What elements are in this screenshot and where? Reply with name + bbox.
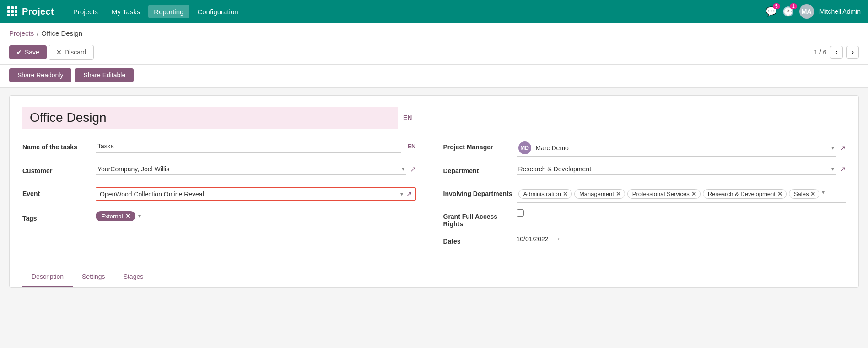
dept-tag-administration-remove[interactable]: ✕	[563, 190, 568, 197]
customer-value-wrapper: YourCompany, Joel Willis ▾ ↗	[96, 163, 416, 175]
pagination-prev[interactable]: ‹	[830, 46, 842, 59]
breadcrumb-separator: /	[37, 29, 38, 37]
dept-tag-professional-services: Professional Services ✕	[627, 189, 701, 199]
event-input[interactable]	[100, 190, 399, 198]
dept-tag-sales-remove[interactable]: ✕	[810, 190, 815, 197]
topnav: Project Projects My Tasks Reporting Conf…	[0, 0, 868, 23]
nav-projects[interactable]: Projects	[68, 5, 103, 18]
event-dropdown-icon: ▾	[400, 191, 403, 197]
tags-dropdown-icon: ▾	[138, 213, 141, 219]
app-title: Project	[22, 6, 54, 17]
apps-icon[interactable]	[7, 6, 17, 16]
nav-links: Projects My Tasks Reporting Configuratio…	[68, 5, 244, 18]
customer-select[interactable]: YourCompany, Joel Willis ▾	[96, 163, 406, 175]
name-of-tasks-lang[interactable]: EN	[407, 143, 415, 150]
name-of-tasks-input[interactable]	[96, 140, 401, 153]
activity-button[interactable]: 🕐 1	[782, 6, 794, 17]
manager-avatar: MD	[518, 141, 531, 154]
tag-external: External ✕	[96, 211, 135, 221]
involving-dropdown-icon: ▾	[822, 189, 825, 196]
name-of-tasks-label: Name of the tasks	[22, 140, 96, 151]
project-manager-value: Marc Demo	[536, 144, 830, 152]
tags-label: Tags	[22, 211, 96, 222]
event-external-link[interactable]: ↗	[406, 190, 412, 198]
customer-label: Customer	[22, 163, 96, 174]
department-dropdown-icon: ▾	[831, 166, 834, 172]
manager-dropdown-icon: ▾	[831, 145, 834, 151]
tab-stages[interactable]: Stages	[114, 267, 153, 287]
avatar[interactable]: MA	[799, 4, 814, 19]
share-readonly-button[interactable]: Share Readonly	[9, 68, 71, 82]
tab-description[interactable]: Description	[22, 267, 73, 287]
dept-tag-management-remove[interactable]: ✕	[616, 190, 621, 197]
involving-departments-row: Involving Departments Administration ✕ M…	[443, 187, 846, 203]
dates-value: 10/01/2022 →	[517, 234, 846, 244]
close-icon: ✕	[56, 49, 62, 56]
customer-dropdown-icon: ▾	[402, 166, 404, 172]
messages-button[interactable]: 💬 5	[766, 6, 777, 17]
involving-departments-value: Administration ✕ Management ✕ Profession…	[517, 187, 846, 203]
dept-tag-administration: Administration ✕	[518, 189, 572, 199]
customer-value: YourCompany, Joel Willis	[97, 165, 400, 173]
main-form: EN Name of the tasks EN Customer YourCom…	[9, 95, 859, 288]
form-right: Project Manager MD Marc Demo ▾ ↗ Departm…	[434, 140, 846, 258]
date-range: 10/01/2022 →	[517, 234, 561, 244]
project-manager-value-wrapper: MD Marc Demo ▾ ↗	[517, 140, 846, 157]
activity-badge: 1	[790, 3, 797, 9]
grant-access-label: Grant Full Access Rights	[443, 209, 517, 228]
actions-bar: ✔ Save ✕ Discard 1 / 6 ‹ ›	[0, 41, 868, 65]
date-start[interactable]: 10/01/2022	[517, 235, 549, 243]
event-value-wrapper: ▾ ↗	[96, 187, 416, 201]
form-left: Name of the tasks EN Customer YourCompan…	[22, 140, 434, 258]
customer-external-link[interactable]: ↗	[410, 165, 416, 174]
form-fields: Name of the tasks EN Customer YourCompan…	[22, 140, 846, 258]
checkmark-icon: ✔	[16, 49, 22, 56]
save-button[interactable]: ✔ Save	[9, 45, 47, 59]
name-of-tasks-value-wrapper: EN	[96, 140, 416, 153]
title-lang-badge[interactable]: EN	[403, 114, 412, 121]
department-external-link[interactable]: ↗	[840, 165, 846, 174]
topnav-right: 💬 5 🕐 1 MA Mitchell Admin	[766, 4, 861, 19]
dates-row: Dates 10/01/2022 →	[443, 234, 846, 251]
department-select[interactable]: Research & Development ▾	[517, 163, 836, 175]
name-of-tasks-row: Name of the tasks EN	[22, 140, 416, 157]
department-label: Department	[443, 163, 517, 174]
grant-access-checkbox[interactable]	[517, 209, 524, 217]
date-arrow-icon: →	[553, 234, 561, 244]
breadcrumb: Projects / Office Design	[0, 23, 868, 41]
dept-tag-research-remove[interactable]: ✕	[777, 190, 782, 197]
pagination: 1 / 6 ‹ ›	[814, 46, 859, 59]
nav-reporting[interactable]: Reporting	[148, 5, 189, 18]
tags-value-wrapper: External ✕ ▾	[96, 211, 416, 221]
form-title-row: EN	[22, 107, 846, 129]
department-value-wrapper: Research & Development ▾ ↗	[517, 163, 846, 175]
discard-button[interactable]: ✕ Discard	[49, 45, 94, 60]
share-editable-button[interactable]: Share Editable	[75, 68, 134, 82]
project-manager-select[interactable]: MD Marc Demo ▾	[517, 140, 836, 157]
nav-mytasks[interactable]: My Tasks	[106, 5, 146, 18]
manager-external-link[interactable]: ↗	[840, 144, 846, 152]
department-value: Research & Development	[518, 165, 830, 173]
grant-access-row: Grant Full Access Rights	[443, 209, 846, 228]
dates-label: Dates	[443, 234, 517, 245]
tab-settings[interactable]: Settings	[73, 267, 114, 287]
pagination-next[interactable]: ›	[846, 46, 859, 59]
tag-external-remove[interactable]: ✕	[125, 212, 131, 220]
tabs-bar: Description Settings Stages	[10, 267, 858, 287]
breadcrumb-parent[interactable]: Projects	[9, 29, 34, 37]
customer-row: Customer YourCompany, Joel Willis ▾ ↗	[22, 163, 416, 181]
messages-badge: 5	[773, 3, 780, 9]
nav-configuration[interactable]: Configuration	[192, 5, 243, 18]
event-label: Event	[22, 187, 96, 197]
actions-left: ✔ Save ✕ Discard	[9, 45, 94, 60]
breadcrumb-current: Office Design	[41, 29, 82, 37]
involving-departments-label: Involving Departments	[443, 187, 517, 197]
department-row: Department Research & Development ▾ ↗	[443, 163, 846, 181]
tags-row: Tags External ✕ ▾	[22, 211, 416, 228]
form-title-input[interactable]	[22, 107, 398, 129]
user-name[interactable]: Mitchell Admin	[819, 8, 861, 15]
dept-tag-research: Research & Development ✕	[703, 189, 787, 199]
dept-tag-professional-services-remove[interactable]: ✕	[691, 190, 696, 197]
dept-tag-sales: Sales ✕	[789, 189, 820, 199]
pagination-text: 1 / 6	[814, 49, 826, 56]
